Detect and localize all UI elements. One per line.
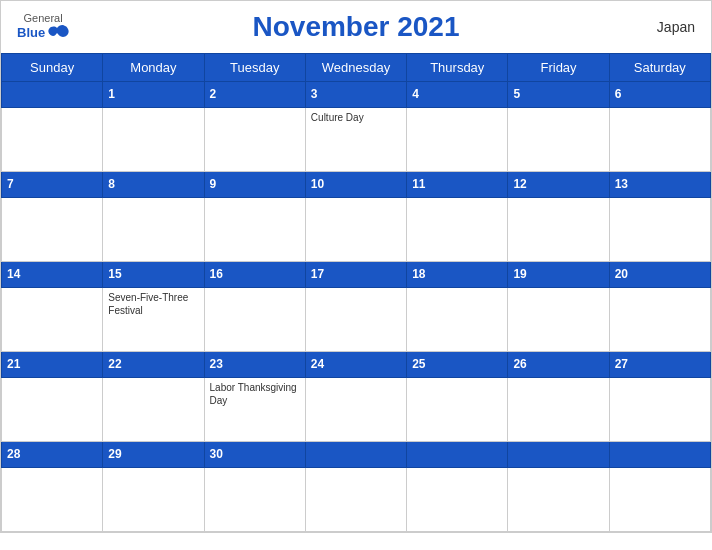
- header-tuesday: Tuesday: [204, 54, 305, 82]
- week-2-day-1-num: 8: [103, 172, 204, 198]
- week-5-day-0-num: 28: [2, 442, 103, 468]
- week-3-day-6-num: 20: [609, 262, 710, 288]
- week-5-day-4-content: [407, 468, 508, 532]
- week-4-day-1-content: [103, 378, 204, 442]
- calendar-header: General Blue November 2021 Japan: [1, 1, 711, 53]
- week-2-day-3-num: 10: [305, 172, 406, 198]
- week-2-day-2-content: [204, 198, 305, 262]
- week-4-day-4-content: [407, 378, 508, 442]
- country-label: Japan: [657, 19, 695, 35]
- week-4-day-6-content: [609, 378, 710, 442]
- week-2-day-2-num: 9: [204, 172, 305, 198]
- logo-general-text: General: [24, 12, 63, 24]
- holiday-label: Culture Day: [311, 112, 364, 123]
- week-5-day-4-num: [407, 442, 508, 468]
- week-2-day-0-content: [2, 198, 103, 262]
- week-1-day-0-num: [2, 82, 103, 108]
- week-2-day-4-num: 11: [407, 172, 508, 198]
- week-2-num-row: 78910111213: [2, 172, 711, 198]
- week-4-day-3-num: 24: [305, 352, 406, 378]
- week-3-num-row: 14151617181920: [2, 262, 711, 288]
- week-4-day-0-num: 21: [2, 352, 103, 378]
- week-2-day-3-content: [305, 198, 406, 262]
- header-friday: Friday: [508, 54, 609, 82]
- calendar-title: November 2021: [252, 11, 459, 43]
- week-4-day-2-num: 23: [204, 352, 305, 378]
- week-1-day-6-content: [609, 108, 710, 172]
- week-5-day-1-content: [103, 468, 204, 532]
- week-4-day-5-num: 26: [508, 352, 609, 378]
- header-saturday: Saturday: [609, 54, 710, 82]
- week-5-day-6-content: [609, 468, 710, 532]
- week-5-day-0-content: [2, 468, 103, 532]
- week-4-day-1-num: 22: [103, 352, 204, 378]
- week-5-day-6-num: [609, 442, 710, 468]
- week-3-day-0-num: 14: [2, 262, 103, 288]
- week-1-day-1-content: [103, 108, 204, 172]
- week-3-day-3-num: 17: [305, 262, 406, 288]
- week-3-day-4-num: 18: [407, 262, 508, 288]
- week-4-day-5-content: [508, 378, 609, 442]
- week-1-day-2-content: [204, 108, 305, 172]
- week-3-day-5-num: 19: [508, 262, 609, 288]
- week-4-day-6-num: 27: [609, 352, 710, 378]
- header-monday: Monday: [103, 54, 204, 82]
- week-4-day-0-content: [2, 378, 103, 442]
- week-3-day-6-content: [609, 288, 710, 352]
- header-thursday: Thursday: [407, 54, 508, 82]
- week-3-day-2-num: 16: [204, 262, 305, 288]
- week-3-content-row: Seven-Five-Three Festival: [2, 288, 711, 352]
- week-3-day-3-content: [305, 288, 406, 352]
- week-1-day-3-content: Culture Day: [305, 108, 406, 172]
- logo-blue-text: Blue: [17, 26, 45, 40]
- logo-area: General Blue: [17, 12, 69, 42]
- week-2-day-4-content: [407, 198, 508, 262]
- week-3-day-0-content: [2, 288, 103, 352]
- week-4-num-row: 21222324252627: [2, 352, 711, 378]
- week-5-day-3-num: [305, 442, 406, 468]
- week-5-day-5-num: [508, 442, 609, 468]
- week-3-day-4-content: [407, 288, 508, 352]
- logo-bird-icon: [47, 24, 69, 42]
- week-2-day-5-num: 12: [508, 172, 609, 198]
- week-1-day-3-num: 3: [305, 82, 406, 108]
- week-1-day-4-num: 4: [407, 82, 508, 108]
- holiday-label: Labor Thanksgiving Day: [210, 382, 297, 406]
- week-2-content-row: [2, 198, 711, 262]
- week-4-day-2-content: Labor Thanksgiving Day: [204, 378, 305, 442]
- week-1-content-row: Culture Day: [2, 108, 711, 172]
- week-2-day-1-content: [103, 198, 204, 262]
- week-3-day-1-num: 15: [103, 262, 204, 288]
- week-1-day-1-num: 1: [103, 82, 204, 108]
- week-5-day-2-content: [204, 468, 305, 532]
- holiday-label: Seven-Five-Three Festival: [108, 292, 188, 316]
- calendar-container: General Blue November 2021 Japan Sunday …: [0, 0, 712, 533]
- week-1-day-5-num: 5: [508, 82, 609, 108]
- week-2-day-5-content: [508, 198, 609, 262]
- week-5-day-3-content: [305, 468, 406, 532]
- week-1-day-4-content: [407, 108, 508, 172]
- header-wednesday: Wednesday: [305, 54, 406, 82]
- calendar-table: Sunday Monday Tuesday Wednesday Thursday…: [1, 53, 711, 532]
- week-2-day-0-num: 7: [2, 172, 103, 198]
- week-5-content-row: [2, 468, 711, 532]
- week-5-day-5-content: [508, 468, 609, 532]
- week-4-day-3-content: [305, 378, 406, 442]
- week-1-day-6-num: 6: [609, 82, 710, 108]
- week-1-day-2-num: 2: [204, 82, 305, 108]
- week-2-day-6-num: 13: [609, 172, 710, 198]
- week-3-day-2-content: [204, 288, 305, 352]
- weekday-header-row: Sunday Monday Tuesday Wednesday Thursday…: [2, 54, 711, 82]
- week-4-day-4-num: 25: [407, 352, 508, 378]
- week-5-day-2-num: 30: [204, 442, 305, 468]
- week-2-day-6-content: [609, 198, 710, 262]
- week-1-day-0-content: [2, 108, 103, 172]
- header-sunday: Sunday: [2, 54, 103, 82]
- week-3-day-1-content: Seven-Five-Three Festival: [103, 288, 204, 352]
- week-5-num-row: 282930: [2, 442, 711, 468]
- week-4-content-row: Labor Thanksgiving Day: [2, 378, 711, 442]
- week-1-day-5-content: [508, 108, 609, 172]
- week-3-day-5-content: [508, 288, 609, 352]
- week-5-day-1-num: 29: [103, 442, 204, 468]
- week-1-num-row: 123456: [2, 82, 711, 108]
